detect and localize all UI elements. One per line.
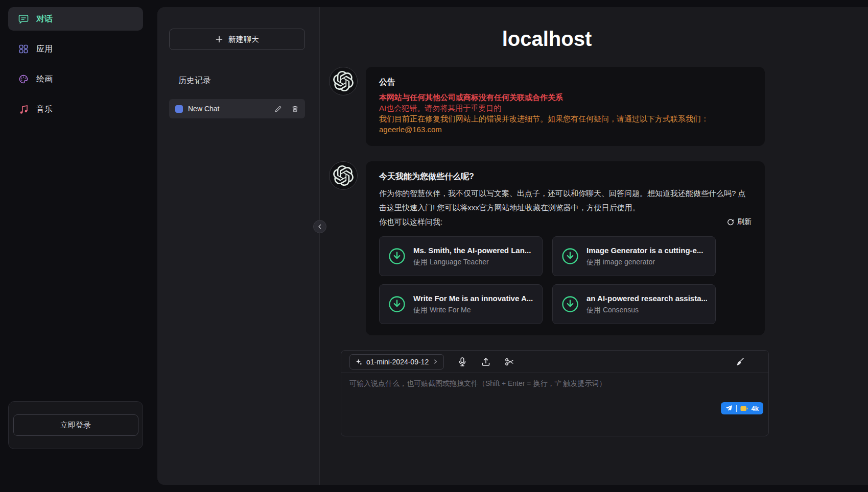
sidebar-footer: 立即登录: [8, 401, 143, 449]
avatar: [329, 67, 358, 95]
microphone-icon[interactable]: [457, 357, 467, 367]
history-list-item[interactable]: New Chat: [169, 99, 305, 118]
announcement-bubble: 公告 本网站与任何其他公司或商标没有任何关联或合作关系 AI也会犯错。请勿将其用…: [366, 67, 765, 146]
refresh-button[interactable]: 刷新: [727, 217, 752, 227]
suggestion-card[interactable]: Image Generator is a cutting-e... 使用 ima…: [552, 236, 716, 276]
chevron-left-icon: [317, 224, 323, 230]
suggestion-subtitle: 使用 image generator: [587, 258, 703, 267]
announcement-title: 公告: [379, 77, 752, 88]
model-selector[interactable]: o1-mini-2024-09-12: [349, 354, 444, 370]
suggestion-card[interactable]: an AI-powered research assista... 使用 Con…: [552, 284, 716, 324]
announcement-line2: AI也会犯错。请勿将其用于重要目的: [379, 103, 752, 113]
edit-icon[interactable]: [274, 105, 282, 113]
suggestion-card[interactable]: Ms. Smith, the AI-powered Lan... 使用 Lang…: [379, 236, 543, 276]
openai-logo-icon: [333, 165, 354, 186]
ask-hint: 你也可以这样问我:: [379, 215, 442, 229]
openai-logo-icon: [333, 71, 354, 91]
suggestion-title: Image Generator is a cutting-e...: [587, 246, 703, 255]
suggestion-texts: an AI-powered research assista... 使用 Con…: [587, 294, 707, 315]
palette-icon: [18, 74, 29, 84]
suggestion-subtitle: 使用 Consensus: [587, 306, 707, 315]
suggestion-texts: Ms. Smith, the AI-powered Lan... 使用 Lang…: [413, 246, 531, 267]
announcement-line1: 本网站与任何其他公司或商标没有任何关联或合作关系: [379, 92, 752, 103]
collapse-sidebar-button[interactable]: [313, 220, 326, 233]
send-button[interactable]: 4k: [721, 402, 763, 414]
sidebar-item-label: 应用: [36, 44, 53, 55]
suggestion-subtitle: 使用 Write For Me: [413, 306, 533, 315]
plus-icon: [215, 35, 223, 43]
avatar: [329, 161, 358, 190]
sidebar-item-label: 音乐: [36, 104, 53, 115]
sidebar-item-music[interactable]: 音乐: [8, 97, 143, 121]
suggestion-texts: Write For Me is an innovative A... 使用 Wr…: [413, 294, 533, 315]
sidebar-item-chat[interactable]: 对话: [8, 7, 143, 31]
suggestion-subtitle: 使用 Language Teacher: [413, 258, 531, 267]
send-plane-icon: [725, 405, 733, 412]
chat-bubble-icon: [18, 14, 29, 24]
history-item-title: New Chat: [188, 105, 269, 113]
suggestion-grid: Ms. Smith, the AI-powered Lan... 使用 Lang…: [379, 236, 752, 324]
suggestion-title: an AI-powered research assista...: [587, 294, 707, 303]
message-announcement: 公告 本网站与任何其他公司或商标没有任何关联或合作关系 AI也会犯错。请勿将其用…: [329, 67, 765, 146]
suggestion-title: Write For Me is an innovative A...: [413, 294, 533, 303]
download-circle-icon: [388, 247, 406, 265]
content-panel: 新建聊天 历史记录 New Chat localhost: [157, 7, 868, 485]
history-title: 历史记录: [178, 76, 211, 86]
login-button[interactable]: 立即登录: [13, 414, 138, 436]
composer: o1-mini-2024-09-12: [341, 350, 769, 436]
download-circle-icon: [388, 295, 406, 313]
announcement-line3: 我们目前正在修复我们网站上的错误并改进细节。如果您有任何疑问，请通过以下方式联系…: [379, 113, 752, 124]
composer-body: 4k: [341, 373, 768, 436]
sidebar-item-draw[interactable]: 绘画: [8, 67, 143, 91]
token-count: 4k: [752, 405, 759, 412]
model-name: o1-mini-2024-09-12: [366, 358, 429, 366]
broom-icon[interactable]: [735, 357, 745, 367]
composer-toolbar: o1-mini-2024-09-12: [341, 351, 768, 373]
badge-divider: [736, 405, 737, 412]
welcome-bubble: 今天我能为您做些什么呢? 作为你的智慧伙伴，我不仅可以写文案、出点子，还可以和你…: [366, 161, 765, 335]
app: { "colors": { "accent_teal": "#63e2b7", …: [0, 0, 868, 492]
sidebar-item-label: 绘画: [36, 74, 53, 85]
download-circle-icon: [561, 295, 579, 313]
message-welcome: 今天我能为您做些什么呢? 作为你的智慧伙伴，我不仅可以写文案、出点子，还可以和你…: [329, 161, 765, 335]
contact-email-link[interactable]: ageerle@163.com: [379, 125, 442, 134]
suggestion-card[interactable]: Write For Me is an innovative A... 使用 Wr…: [379, 284, 543, 324]
suggestion-title: Ms. Smith, the AI-powered Lan...: [413, 246, 531, 255]
message-input[interactable]: [341, 373, 768, 436]
sidebar-item-label: 对话: [36, 14, 53, 24]
battery-icon: [740, 406, 748, 411]
main-chat: localhost 公告 本网站与任何其他公司或商标没有任何关联或合作关系 AI…: [320, 7, 868, 485]
chevron-right-icon: [433, 359, 438, 364]
welcome-title: 今天我能为您做些什么呢?: [379, 171, 752, 182]
sidebar-item-apps[interactable]: 应用: [8, 37, 143, 61]
refresh-icon: [727, 218, 734, 226]
music-note-icon: [18, 104, 29, 114]
chat-area: localhost 公告 本网站与任何其他公司或商标没有任何关联或合作关系 AI…: [320, 7, 868, 347]
delete-icon[interactable]: [291, 105, 299, 113]
chat-chip-icon: [175, 105, 183, 113]
download-circle-icon: [561, 247, 579, 265]
new-chat-button[interactable]: 新建聊天: [169, 29, 305, 50]
apps-grid-icon: [18, 44, 29, 54]
suggestion-texts: Image Generator is a cutting-e... 使用 ima…: [587, 246, 703, 267]
upload-icon[interactable]: [481, 357, 491, 367]
welcome-body: 作为你的智慧伙伴，我不仅可以写文案、出点子，还可以和你聊天、回答问题。想知道我还…: [379, 186, 752, 215]
model-sparkle-icon: [355, 358, 362, 365]
refresh-label: 刷新: [737, 217, 752, 227]
page-title: localhost: [329, 28, 765, 51]
sidebar: 对话 应用 绘画 音乐 立即登录: [0, 0, 157, 492]
chat-list-panel: 新建聊天 历史记录 New Chat: [157, 7, 320, 485]
scissors-icon[interactable]: [504, 357, 514, 367]
hint-row: 你也可以这样问我: 刷新: [379, 215, 752, 229]
new-chat-label: 新建聊天: [228, 35, 259, 44]
